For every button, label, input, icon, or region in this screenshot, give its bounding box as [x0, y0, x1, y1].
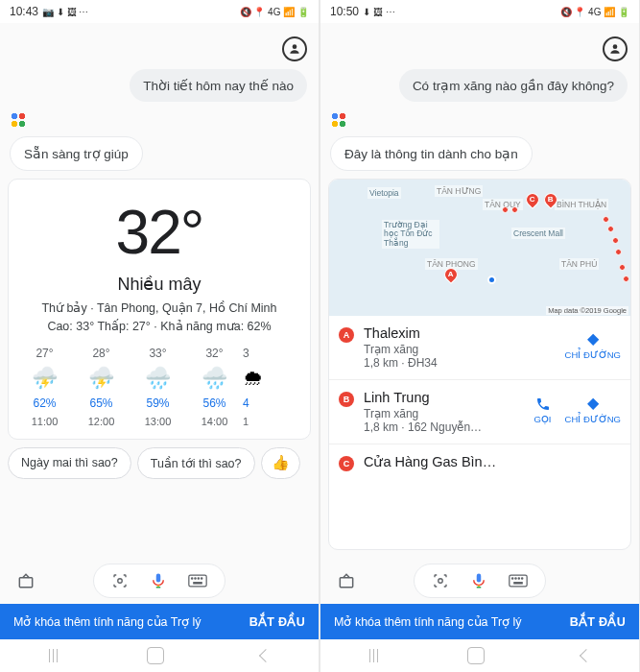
phone-icon: [535, 396, 551, 412]
directions-icon: ◆: [587, 329, 599, 348]
svg-rect-14: [510, 575, 527, 587]
status-icons-right: 🔇 📍 4G 📶 🔋: [560, 7, 629, 17]
place-marker-icon: C: [339, 456, 354, 471]
unlock-banner[interactable]: Mở khóa thêm tính năng của Trợ lý BẮT ĐẦ…: [0, 604, 319, 639]
unlock-cta[interactable]: BẮT ĐẦU: [570, 614, 626, 629]
svg-rect-4: [189, 575, 206, 587]
status-time: 10:50: [330, 5, 359, 18]
status-bar: 10:43 📷 ⬇ 🖼 ⋯ 🔇 📍 4G 📶 🔋: [0, 0, 319, 23]
map-my-location: [487, 276, 496, 284]
status-icons-right: 🔇 📍 4G 📶 🔋: [240, 7, 309, 17]
hourly-forecast[interactable]: 27° ⛈️ 62% 11:00 28° ⛈️ 65% 12:00 33° 🌧️…: [9, 347, 310, 439]
mic-icon[interactable]: [150, 570, 167, 591]
mic-pill: [93, 564, 225, 598]
keyboard-icon[interactable]: [509, 574, 528, 588]
assistant-logo-icon: [10, 111, 27, 129]
nav-home[interactable]: [147, 647, 164, 664]
lens-icon[interactable]: [111, 572, 129, 589]
place-item[interactable]: B Linh Trung Trạm xăng 1,8 km · 162 Nguy…: [329, 379, 630, 444]
weather-icon: ⛈️: [88, 366, 114, 391]
user-query: Có trạm xăng nào gần đây không?: [399, 69, 628, 102]
svg-point-10: [613, 44, 618, 49]
chip-tomorrow[interactable]: Ngày mai thì sao?: [8, 447, 131, 479]
svg-point-6: [195, 578, 196, 579]
unlock-text: Mở khóa thêm tính năng của Trợ lý: [13, 614, 201, 629]
nav-back[interactable]: [258, 649, 272, 662]
svg-point-0: [293, 44, 297, 49]
keyboard-icon[interactable]: [188, 574, 207, 588]
lens-icon[interactable]: [432, 572, 449, 589]
mic-icon[interactable]: [470, 570, 487, 591]
assistant-reply: Đây là thông tin dành cho bạn: [330, 136, 533, 171]
chip-thumbsup[interactable]: 👍: [261, 447, 300, 479]
svg-point-12: [439, 579, 443, 584]
explore-icon[interactable]: [334, 568, 359, 593]
hour-item: 28° ⛈️ 65% 12:00: [73, 347, 130, 427]
call-button[interactable]: GỌI: [533, 396, 551, 424]
svg-point-7: [198, 578, 199, 579]
weather-location: Thứ bảy · Tân Phong, Quận 7, Hồ Chí Minh: [9, 300, 310, 315]
place-marker-icon: A: [339, 327, 354, 343]
unlock-banner[interactable]: Mở khóa thêm tính năng của Trợ lý BẮT ĐẦ…: [320, 604, 639, 639]
weather-temperature: 32°: [9, 180, 310, 274]
place-distance: 1,8 km · 162 Nguyễn…: [364, 420, 533, 434]
status-bar: 10:50 ⬇ 🖼 ⋯ 🔇 📍 4G 📶 🔋: [320, 0, 639, 23]
weather-condition: Nhiều mây: [9, 274, 310, 295]
suggestion-chips: Ngày mai thì sao? Tuần tới thì sao? 👍: [8, 447, 311, 483]
place-item[interactable]: A Thalexim Trạm xăng 1,8 km · ĐH34 ◆ CHỈ…: [329, 316, 630, 379]
assistant-reply: Sẵn sàng trợ giúp: [10, 136, 143, 171]
place-name: Cửa Hàng Gas Bìn…: [364, 454, 621, 469]
hour-item: 33° 🌧️ 59% 13:00: [130, 347, 186, 427]
map-attribution: Map data ©2019 Google: [546, 306, 628, 315]
status-icons-left: 📷 ⬇ 🖼 ⋯: [42, 7, 88, 17]
place-marker-icon: B: [339, 392, 354, 407]
place-item[interactable]: C Cửa Hàng Gas Bìn…: [329, 444, 630, 481]
place-type: Trạm xăng: [364, 407, 533, 420]
android-nav: [320, 639, 639, 672]
place-name: Thalexim: [364, 325, 565, 341]
input-bar: [320, 558, 639, 604]
weather-summary: Cao: 33° Thấp: 27° · Khả năng mưa: 62%: [9, 319, 310, 333]
svg-rect-9: [194, 583, 201, 584]
place-name: Linh Trung: [364, 390, 533, 405]
hour-item: 3 🌧 4 1: [243, 347, 264, 427]
svg-rect-19: [514, 583, 522, 584]
svg-point-17: [518, 578, 519, 579]
nav-recent[interactable]: [49, 649, 50, 662]
mic-pill: [414, 564, 546, 598]
directions-button[interactable]: ◆ CHỈ ĐƯỜNG: [565, 329, 621, 360]
user-query: Thời tiết hôm nay thế nào: [130, 69, 307, 102]
user-avatar[interactable]: [603, 36, 628, 61]
svg-rect-11: [340, 578, 352, 588]
weather-icon: 🌧️: [145, 366, 171, 391]
nav-home[interactable]: [467, 647, 485, 664]
weather-icon: 🌧: [243, 366, 264, 391]
nav-recent[interactable]: [369, 649, 370, 662]
place-type: Trạm xăng: [364, 343, 565, 356]
assistant-logo-icon: [330, 111, 347, 129]
svg-point-2: [118, 579, 123, 584]
svg-point-15: [512, 578, 513, 579]
user-avatar[interactable]: [282, 36, 307, 61]
directions-icon: ◆: [587, 394, 599, 412]
weather-icon: 🌧️: [201, 366, 227, 391]
input-bar: [0, 558, 319, 604]
place-distance: 1,8 km · ĐH34: [364, 356, 565, 370]
status-time: 10:43: [10, 5, 38, 18]
screen-weather: 10:43 📷 ⬇ 🖼 ⋯ 🔇 📍 4G 📶 🔋 Thời tiết hôm n…: [0, 0, 319, 672]
svg-rect-3: [156, 574, 161, 583]
svg-rect-1: [19, 578, 32, 588]
nav-back[interactable]: [579, 649, 592, 662]
screen-gas: 10:50 ⬇ 🖼 ⋯ 🔇 📍 4G 📶 🔋 Có trạm xăng nào …: [320, 0, 639, 672]
explore-icon[interactable]: [13, 568, 38, 593]
chip-nextweek[interactable]: Tuần tới thì sao?: [137, 447, 255, 479]
map[interactable]: Vietopia TÂN HƯNG TÂN QUY BÌNH THUẬN Trư…: [329, 180, 630, 316]
hour-item: 32° 🌧️ 56% 14:00: [186, 347, 243, 427]
svg-rect-13: [477, 574, 482, 583]
unlock-cta[interactable]: BẮT ĐẦU: [249, 614, 305, 629]
weather-card[interactable]: 32° Nhiều mây Thứ bảy · Tân Phong, Quận …: [8, 179, 311, 440]
map-pin-c[interactable]: C: [523, 190, 542, 209]
directions-button[interactable]: ◆ CHỈ ĐƯỜNG: [565, 394, 621, 424]
svg-point-8: [201, 578, 202, 579]
weather-icon: ⛈️: [32, 366, 58, 391]
